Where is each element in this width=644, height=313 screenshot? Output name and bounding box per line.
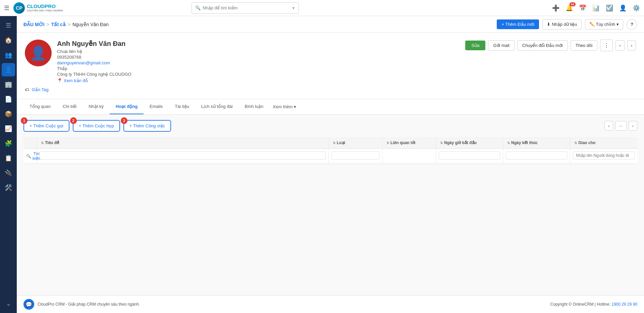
tag-icon: 🏷 [25,87,29,92]
sort-icon-related: ⇅ [386,141,389,145]
add-lead-button[interactable]: + Thêm Đầu mới [497,19,539,29]
tab-more[interactable]: Xem thêm ▾ [269,100,300,114]
search-title-input[interactable] [40,151,326,160]
search-dropdown-icon[interactable]: ▼ [291,6,295,10]
search-end-input[interactable] [506,151,567,160]
customize-label: Tùy chỉnh [596,22,615,27]
chat-icon: 💬 [25,301,32,308]
convert-button[interactable]: Chuyển đổi Đầu mới [517,40,568,51]
activity-more-button[interactable]: ··· [615,121,626,131]
hamburger-icon[interactable]: ☰ [4,4,9,12]
notification-icon[interactable]: 🔔 64 [566,4,573,12]
tag-label[interactable]: Gắn Tag [32,87,49,92]
sidebar-item-leads[interactable]: 👤 [2,63,15,76]
sidebar-item-tool[interactable]: 🛠️ [2,181,15,194]
breadcrumb-root[interactable]: ĐẦU MỚI [23,22,45,27]
table-col-title: ⇅ Tiêu đề [37,137,329,148]
search-assignee-input[interactable] [573,151,635,160]
chart-icon[interactable]: 📊 [592,4,600,12]
breadcrumb-level1[interactable]: Tất cả [51,22,66,27]
search-end-cell [503,149,570,164]
edit-button[interactable]: Sửa [465,41,485,50]
add-call-label: + Thêm Cuộc gọi [30,123,63,128]
footer-hotline[interactable]: 1900 29 29 90 [611,302,637,307]
activity-actions: 1 + Thêm Cuộc gọi 2 + Thêm Cuộc họp 3 + … [23,120,637,132]
send-mail-button[interactable]: Gởi mail [488,40,514,51]
sidebar-item-menu[interactable]: ☰ [2,19,15,32]
logo: CP CLOUDPRO CHUYÊN SÂU THEO NGÀNH [13,2,63,14]
table-col-start: ⇅ Ngày giờ bắt đầu [436,137,503,148]
search-bar: 🔍 ▼ [192,2,299,14]
next-record-button[interactable]: › [627,40,636,51]
more-options-button[interactable]: ⋮ [600,40,613,51]
tab-more-chevron: ▾ [294,104,296,109]
search-icon: 🔍 [195,5,201,10]
chat-button[interactable]: 💬 [23,299,34,310]
search-filter-icon: 🔍 [26,154,31,159]
tab-overview[interactable]: Tổng quan [23,99,57,114]
sidebar-item-box[interactable]: 📦 [2,107,15,121]
prev-record-button[interactable]: ‹ [615,40,624,51]
tab-documents[interactable]: Tài liệu [169,99,195,114]
top-navigation: ☰ CP CLOUDPRO CHUYÊN SÂU THEO NGÀNH 🔍 ▼ … [0,0,644,16]
add-task-button[interactable]: 3 + Thêm Công việc [123,120,171,132]
add-meeting-button[interactable]: 2 + Thêm Cuộc họp [73,120,120,132]
profile-email[interactable]: dannguyenvan@gmail.com [57,60,460,65]
add-call-button[interactable]: 1 + Thêm Cuộc gọi [23,120,69,132]
breadcrumb-actions: + Thêm Đầu mới ⬇ Nhập dữ liệu ✏️ Tùy chỉ… [497,19,637,30]
task-icon[interactable]: ☑️ [606,4,613,12]
sidebar-item-plugin[interactable]: 🔌 [2,166,15,180]
activity-table: ⇅ Tiêu đề ⇅ Loại ⇅ Liên quan tới ⇅ Ngày … [23,137,637,164]
main-layout: ☰ 🏠 👥 👤 🏢 📄 📦 📈 🧩 📋 🔌 🛠️ ⌄ ĐẦU MỚI > Tất… [0,16,644,313]
tabs-bar: Tổng quan Chi tiết Nhật ký Hoạt động Ema… [17,99,644,115]
table-col-type: ⇅ Loại [329,137,382,148]
sidebar-item-list[interactable]: 📋 [2,151,15,165]
activity-prev-button[interactable]: ‹ [604,121,613,131]
customize-button[interactable]: ✏️ Tùy chỉnh ▾ [585,19,623,29]
footer-copyright: Copyright © OnlineCRM | Hotline: [550,302,612,307]
sidebar-item-document[interactable]: 📄 [2,92,15,106]
profile-actions: Sửa Gởi mail Chuyển đổi Đầu mới Theo dõi… [465,40,636,51]
content-area: ĐẦU MỚI > Tất cả > Nguyễn Văn Đan + Thêm… [17,16,644,313]
tab-emails[interactable]: Emails [144,99,169,114]
sidebar-item-analytics[interactable]: 📈 [2,122,15,135]
tab-detail[interactable]: Chi tiết [57,99,83,114]
notification-badge: 64 [570,2,576,6]
tab-call-history[interactable]: Lịch sử tổng đài [195,99,239,114]
user-icon[interactable]: 👤 [619,4,627,12]
profile-map-link[interactable]: 📍 Xem bản đồ [57,78,460,83]
tab-activity[interactable]: Hoạt động [110,99,144,114]
call-badge: 1 [21,117,28,124]
activity-next-button[interactable]: › [629,121,637,131]
profile-name: Anh Nguyễn Văn Đan [57,40,460,48]
sort-icon-start: ⇅ [440,141,443,145]
sidebar-item-puzzle[interactable]: 🧩 [2,137,15,150]
table-col-assignee: ⇅ Giao cho [570,137,637,148]
map-link-label[interactable]: Xem bản đồ [64,78,88,83]
settings-icon[interactable]: ⚙️ [633,4,640,12]
help-button[interactable]: ? [627,19,637,30]
table-col-checkbox [23,137,37,148]
tab-log[interactable]: Nhật ký [83,99,110,114]
footer-brand: CloudPro CRM - Giải pháp CRM chuyên sâu … [38,302,140,307]
import-icon: ⬇ [547,22,550,27]
breadcrumb-bar: ĐẦU MỚI > Tất cả > Nguyễn Văn Đan + Thêm… [17,16,644,33]
search-start-input[interactable] [439,151,500,160]
sidebar-item-building[interactable]: 🏢 [2,78,15,91]
search-type-input[interactable] [331,151,379,160]
import-button[interactable]: ⬇ Nhập dữ liệu [542,19,581,29]
sidebar-item-chevron-down[interactable]: ⌄ [2,297,15,310]
footer: 💬 CloudPro CRM - Giải pháp CRM chuyên sâ… [17,295,644,313]
sidebar-item-contacts[interactable]: 👥 [2,48,15,62]
tab-comments[interactable]: Bình luận [239,99,270,114]
add-icon[interactable]: ➕ [552,4,559,12]
search-input[interactable] [203,5,291,10]
sidebar-item-home[interactable]: 🏠 [2,34,15,47]
search-start-cell [436,149,503,164]
follow-button[interactable]: Theo dõi [571,40,598,51]
calendar-icon[interactable]: 📅 [579,4,586,12]
sort-icon-assignee: ⇅ [574,141,577,145]
table-header: ⇅ Tiêu đề ⇅ Loại ⇅ Liên quan tới ⇅ Ngày … [23,137,637,149]
profile-header: 👤 Anh Nguyễn Văn Đan Chưa liên hệ 093520… [25,40,636,83]
profile-level: Thấp [57,66,460,71]
